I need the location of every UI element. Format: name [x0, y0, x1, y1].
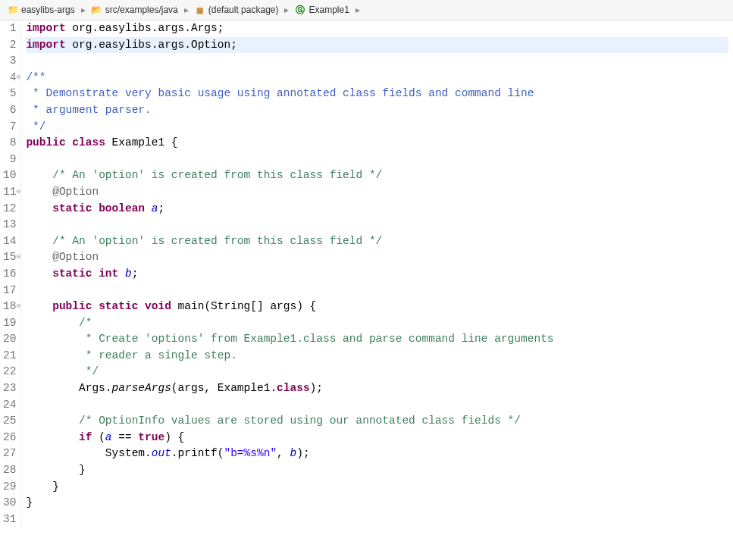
breadcrumb-label: Example1: [309, 5, 349, 15]
code-line[interactable]: [26, 512, 728, 528]
code-line[interactable]: /* An 'option' is created from this clas…: [26, 233, 728, 250]
code-line[interactable]: */: [26, 119, 728, 136]
line-number[interactable]: 23: [3, 380, 16, 397]
line-number[interactable]: 7: [3, 119, 16, 136]
line-number[interactable]: 22: [3, 364, 16, 380]
code-line[interactable]: [26, 152, 728, 168]
line-number[interactable]: 2: [3, 37, 16, 54]
line-number[interactable]: 12: [3, 201, 16, 217]
code-line[interactable]: static int b;: [26, 266, 728, 283]
code-line[interactable]: [26, 53, 728, 70]
line-number[interactable]: 16: [3, 266, 16, 283]
code-line[interactable]: * argument parser.: [26, 102, 728, 119]
line-number[interactable]: 6: [3, 102, 16, 119]
breadcrumb-separator-icon: ▸: [78, 5, 89, 15]
code-line[interactable]: /*: [26, 315, 728, 332]
code-line[interactable]: Args.parseArgs(args, Example1.class);: [26, 380, 728, 397]
code-line[interactable]: public class Example1 {: [26, 135, 728, 152]
breadcrumb-package[interactable]: ▦ (default package): [192, 3, 282, 17]
line-number[interactable]: 10: [3, 167, 16, 184]
class-icon: Ⓖ: [295, 5, 305, 15]
breadcrumb-separator-icon: ▸: [281, 5, 292, 15]
line-number[interactable]: 28: [3, 462, 16, 479]
code-line[interactable]: }: [26, 479, 728, 496]
project-icon: 📁: [8, 5, 18, 15]
fold-toggle-icon[interactable]: ⊖: [16, 184, 20, 201]
line-number[interactable]: 5: [3, 86, 16, 102]
code-line[interactable]: import org.easylibs.args.Args;: [26, 20, 728, 37]
line-number[interactable]: 14: [3, 233, 16, 250]
line-number[interactable]: 31: [3, 512, 16, 528]
line-number[interactable]: 27: [3, 446, 16, 462]
line-number[interactable]: 30: [3, 495, 16, 512]
line-number[interactable]: 13: [3, 217, 16, 233]
code-line[interactable]: [26, 397, 728, 414]
line-number[interactable]: 24: [3, 397, 16, 414]
code-line[interactable]: /**: [26, 70, 728, 86]
line-number[interactable]: 11⊖: [3, 184, 16, 201]
breadcrumb-label: easylibs-args: [21, 5, 75, 15]
code-line[interactable]: [26, 283, 728, 299]
fold-toggle-icon[interactable]: ⊖: [16, 299, 20, 315]
code-area[interactable]: import org.easylibs.args.Args;import org…: [21, 20, 733, 527]
breadcrumb-class[interactable]: Ⓖ Example1: [292, 3, 352, 17]
breadcrumb-separator-icon: ▸: [352, 5, 363, 15]
breadcrumb-bar: 📁 easylibs-args ▸ 📂 src/examples/java ▸ …: [0, 0, 733, 20]
fold-toggle-icon[interactable]: ⊖: [16, 249, 20, 266]
code-line[interactable]: /* An 'option' is created from this clas…: [26, 167, 728, 184]
line-number[interactable]: 3: [3, 53, 16, 70]
code-line[interactable]: /* OptionInfo values are stored using ou…: [26, 413, 728, 430]
code-line[interactable]: }: [26, 495, 728, 512]
code-line[interactable]: public static void main(String[] args) {: [26, 299, 728, 315]
code-line[interactable]: */: [26, 364, 728, 380]
line-number[interactable]: 21: [3, 348, 16, 364]
line-number[interactable]: 20: [3, 331, 16, 348]
line-number[interactable]: 26: [3, 430, 16, 446]
code-line[interactable]: static boolean a;: [26, 201, 728, 217]
line-number[interactable]: 25: [3, 413, 16, 430]
code-line[interactable]: import org.easylibs.args.Option;: [26, 37, 728, 54]
code-line[interactable]: @Option: [26, 184, 728, 201]
code-line[interactable]: }: [26, 462, 728, 479]
line-number[interactable]: 29: [3, 479, 16, 496]
line-number[interactable]: 18⊖: [3, 299, 16, 315]
line-number[interactable]: 8: [3, 135, 16, 152]
code-line[interactable]: * Demonstrate very basic usage using ann…: [26, 86, 728, 102]
fold-toggle-icon[interactable]: ⊖: [16, 70, 20, 86]
breadcrumb-label: src/examples/java: [105, 5, 178, 15]
line-number[interactable]: 1: [3, 20, 16, 37]
code-line[interactable]: System.out.printf("b=%s%n", b);: [26, 446, 728, 462]
code-line[interactable]: @Option: [26, 249, 728, 266]
folder-icon: 📂: [92, 5, 102, 15]
line-number[interactable]: 19: [3, 315, 16, 332]
code-line[interactable]: [26, 217, 728, 233]
package-icon: ▦: [195, 5, 205, 15]
line-number[interactable]: 4⊖: [3, 70, 16, 86]
breadcrumb-label: (default package): [208, 5, 279, 15]
line-number[interactable]: 9: [3, 152, 16, 168]
breadcrumb-project[interactable]: 📁 easylibs-args: [5, 3, 78, 17]
breadcrumb-source-folder[interactable]: 📂 src/examples/java: [89, 3, 181, 17]
line-number-gutter[interactable]: 1234⊖567891011⊖12131415⊖161718⊖192021222…: [0, 20, 21, 527]
code-editor[interactable]: 1234⊖567891011⊖12131415⊖161718⊖192021222…: [0, 20, 733, 527]
breadcrumb-separator-icon: ▸: [181, 5, 192, 15]
line-number[interactable]: 15⊖: [3, 249, 16, 266]
code-line[interactable]: * reader a single step.: [26, 348, 728, 364]
code-line[interactable]: * Create 'options' from Example1.class a…: [26, 331, 728, 348]
code-line[interactable]: if (a == true) {: [26, 430, 728, 446]
line-number[interactable]: 17: [3, 283, 16, 299]
